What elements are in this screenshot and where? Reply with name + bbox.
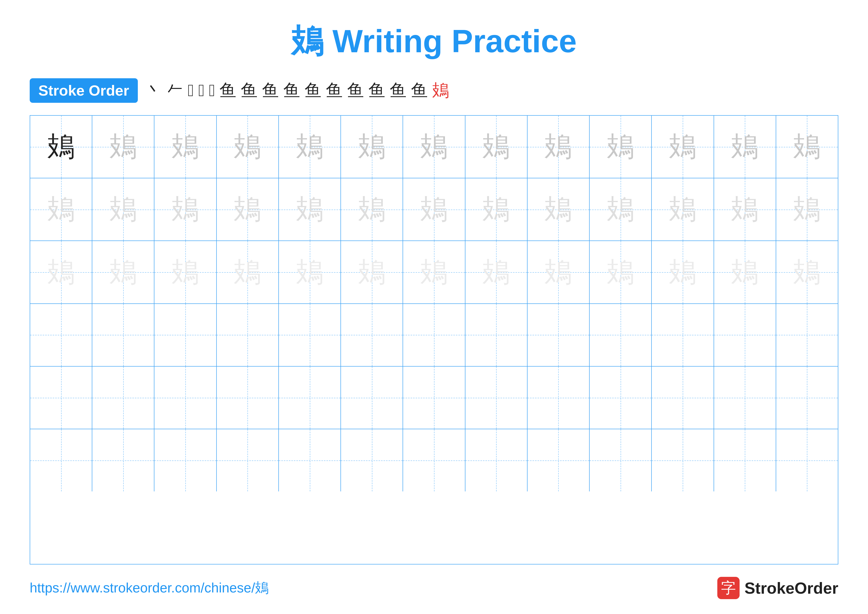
grid-cell-r5c5[interactable] [279,367,341,429]
char-ghost: 鳷 [358,254,386,291]
grid-cell-r1c3[interactable]: 鳷 [154,116,217,178]
grid-cell-r6c3[interactable] [154,429,217,491]
grid-cell-r6c9[interactable] [527,429,590,491]
grid-cell-r5c9[interactable] [527,367,590,429]
grid-cell-r5c13[interactable] [776,367,838,429]
grid-cell-r2c10[interactable]: 鳷 [590,178,652,241]
char-ghost: 鳷 [607,254,634,291]
char-ghost: 鳷 [793,128,820,165]
grid-cell-r4c6[interactable] [341,304,403,366]
char-ghost: 鳷 [731,191,758,228]
grid-cell-r3c5[interactable]: 鳷 [279,241,341,303]
grid-cell-r6c8[interactable] [465,429,527,491]
grid-cell-r4c4[interactable] [217,304,279,366]
grid-cell-r3c12[interactable]: 鳷 [714,241,776,303]
grid-cell-r5c4[interactable] [217,367,279,429]
stroke-6: 鱼 [220,79,236,102]
grid-cell-r1c12[interactable]: 鳷 [714,116,776,178]
grid-row-5 [30,367,838,429]
char-ghost: 鳷 [669,128,696,165]
grid-cell-r6c7[interactable] [403,429,465,491]
practice-grid: 鳷 鳷 鳷 鳷 鳷 鳷 鳷 鳷 鳷 [30,115,838,564]
grid-cell-r6c13[interactable] [776,429,838,491]
grid-cell-r1c2[interactable]: 鳷 [92,116,154,178]
grid-cell-r3c2[interactable]: 鳷 [92,241,154,303]
stroke-sequence: 丶 𠂉 𠃊 𫶧 𫶨 鱼 鱼 鱼 鱼 鱼 鱼 鱼 鱼 鱼 鱼 鳷 [145,79,450,102]
grid-cell-r3c10[interactable]: 鳷 [590,241,652,303]
grid-cell-r3c13[interactable]: 鳷 [776,241,838,303]
grid-cell-r4c3[interactable] [154,304,217,366]
char-ghost: 鳷 [793,254,820,291]
grid-cell-r1c5[interactable]: 鳷 [279,116,341,178]
grid-cell-r5c12[interactable] [714,367,776,429]
grid-cell-r4c5[interactable] [279,304,341,366]
grid-cell-r2c13[interactable]: 鳷 [776,178,838,241]
grid-cell-r4c10[interactable] [590,304,652,366]
grid-cell-r1c4[interactable]: 鳷 [217,116,279,178]
grid-cell-r5c7[interactable] [403,367,465,429]
grid-cell-r6c5[interactable] [279,429,341,491]
grid-cell-r2c7[interactable]: 鳷 [403,178,465,241]
grid-cell-r2c4[interactable]: 鳷 [217,178,279,241]
brand-icon-char: 字 [721,578,736,598]
grid-cell-r6c2[interactable] [92,429,154,491]
grid-cell-r1c8[interactable]: 鳷 [465,116,527,178]
grid-cell-r4c7[interactable] [403,304,465,366]
char-ghost: 鳷 [110,128,137,165]
grid-cell-r2c2[interactable]: 鳷 [92,178,154,241]
grid-cell-r5c11[interactable] [652,367,714,429]
grid-cell-r2c5[interactable]: 鳷 [279,178,341,241]
grid-cell-r3c11[interactable]: 鳷 [652,241,714,303]
grid-cell-r5c1[interactable] [30,367,92,429]
char-ghost: 鳷 [358,191,386,228]
brand-name: StrokeOrder [744,579,838,597]
grid-cell-r5c2[interactable] [92,367,154,429]
grid-cell-r1c9[interactable]: 鳷 [527,116,590,178]
grid-cell-r3c6[interactable]: 鳷 [341,241,403,303]
grid-cell-r5c10[interactable] [590,367,652,429]
grid-cell-r4c8[interactable] [465,304,527,366]
grid-cell-r3c7[interactable]: 鳷 [403,241,465,303]
grid-cell-r4c11[interactable] [652,304,714,366]
grid-cell-r2c8[interactable]: 鳷 [465,178,527,241]
grid-cell-r1c1[interactable]: 鳷 [30,116,92,178]
grid-cell-r2c1[interactable]: 鳷 [30,178,92,241]
footer-url[interactable]: https://www.strokeorder.com/chinese/鳷 [30,579,269,597]
grid-cell-r3c3[interactable]: 鳷 [154,241,217,303]
grid-cell-r1c13[interactable]: 鳷 [776,116,838,178]
grid-cell-r2c3[interactable]: 鳷 [154,178,217,241]
grid-cell-r1c7[interactable]: 鳷 [403,116,465,178]
grid-cell-r4c12[interactable] [714,304,776,366]
grid-cell-r3c8[interactable]: 鳷 [465,241,527,303]
grid-cell-r2c6[interactable]: 鳷 [341,178,403,241]
grid-cell-r4c9[interactable] [527,304,590,366]
char-ghost: 鳷 [482,254,510,291]
grid-cell-r5c6[interactable] [341,367,403,429]
grid-cell-r3c9[interactable]: 鳷 [527,241,590,303]
grid-cell-r2c11[interactable]: 鳷 [652,178,714,241]
grid-cell-r2c12[interactable]: 鳷 [714,178,776,241]
grid-cell-r4c13[interactable] [776,304,838,366]
grid-cell-r6c10[interactable] [590,429,652,491]
grid-cell-r1c6[interactable]: 鳷 [341,116,403,178]
stroke-13: 鱼 [369,79,385,102]
grid-cell-r5c8[interactable] [465,367,527,429]
stroke-16-final: 鳷 [432,79,449,102]
grid-cell-r6c11[interactable] [652,429,714,491]
grid-cell-r4c2[interactable] [92,304,154,366]
char-ghost: 鳷 [296,128,323,165]
grid-cell-r3c4[interactable]: 鳷 [217,241,279,303]
grid-cell-r6c12[interactable] [714,429,776,491]
grid-cell-r6c1[interactable] [30,429,92,491]
stroke-11: 鱼 [326,79,343,102]
grid-cell-r5c3[interactable] [154,367,217,429]
grid-cell-r6c4[interactable] [217,429,279,491]
grid-cell-r1c10[interactable]: 鳷 [590,116,652,178]
grid-cell-r3c1[interactable]: 鳷 [30,241,92,303]
char-ghost: 鳷 [793,191,820,228]
grid-cell-r2c9[interactable]: 鳷 [527,178,590,241]
stroke-order-row: Stroke Order 丶 𠂉 𠃊 𫶧 𫶨 鱼 鱼 鱼 鱼 鱼 鱼 鱼 鱼 鱼… [30,78,838,103]
grid-cell-r1c11[interactable]: 鳷 [652,116,714,178]
grid-cell-r4c1[interactable] [30,304,92,366]
grid-cell-r6c6[interactable] [341,429,403,491]
